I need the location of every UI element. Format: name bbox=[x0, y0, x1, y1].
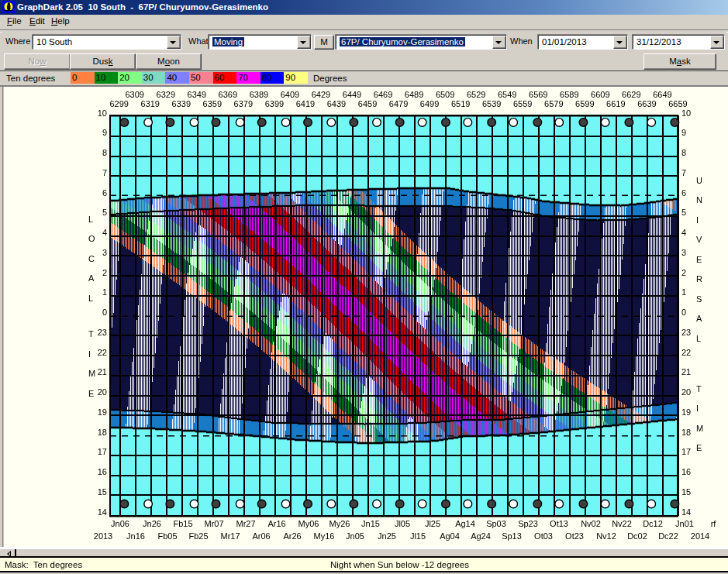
left-hour-label: 9 bbox=[102, 129, 107, 137]
menu-bar: FileEditHelp bbox=[2, 15, 726, 29]
status-night-text: Night when Sun below -12 degrees bbox=[330, 560, 469, 569]
bottom-axis-label: Jl15 bbox=[410, 532, 426, 541]
bottom-axis-label: Jn01 bbox=[675, 520, 694, 528]
what-label: What bbox=[188, 36, 209, 46]
bottom-axis-label: Ar26 bbox=[283, 532, 301, 541]
object-combo-arrow-icon[interactable] bbox=[492, 36, 506, 49]
mask-button[interactable]: Mask bbox=[643, 53, 716, 70]
menu-help[interactable]: Help bbox=[51, 16, 70, 26]
left-axis-title-letter: C bbox=[88, 255, 95, 263]
bottom-axis-label: Mr07 bbox=[204, 520, 223, 528]
now-button[interactable]: Now bbox=[4, 53, 71, 70]
darkness-chart[interactable] bbox=[0, 86, 728, 547]
top-axis-label: 6539 bbox=[482, 100, 501, 108]
bottom-axis-label: Fb15 bbox=[173, 520, 192, 528]
legend-label: Ten degrees bbox=[6, 74, 55, 83]
left-axis-title-letter: L bbox=[88, 294, 93, 303]
top-axis-label: 6529 bbox=[467, 91, 485, 99]
top-axis-label: 6449 bbox=[343, 91, 361, 99]
bottom-axis-label: Ot03 bbox=[534, 532, 553, 541]
date-from-arrow-icon[interactable] bbox=[613, 36, 627, 49]
legend-seg-60: 60 bbox=[213, 72, 237, 84]
bottom-axis-label: Ag14 bbox=[455, 520, 475, 528]
right-hour-label: 18 bbox=[681, 428, 691, 437]
legend-tick: 60 bbox=[215, 73, 225, 82]
bottom-axis-label: Nv02 bbox=[581, 520, 601, 528]
dusk-button[interactable]: Dusk bbox=[70, 53, 136, 70]
legend-tick: 10 bbox=[96, 73, 106, 82]
right-hour-label: 5 bbox=[681, 208, 686, 217]
top-axis-label: 6429 bbox=[312, 91, 330, 99]
app-icon bbox=[2, 1, 15, 13]
right-hour-label: 3 bbox=[681, 249, 686, 257]
object-value: 67P/ Churyumov-Gerasimenko bbox=[340, 37, 465, 46]
date-from-combo[interactable]: 01/01/2013 bbox=[538, 35, 628, 50]
bottom-axis-label: Jn05 bbox=[346, 532, 364, 541]
legend-tick: 90 bbox=[285, 73, 295, 82]
top-axis-label: 6359 bbox=[203, 100, 222, 108]
date-to-value: 31/12/2013 bbox=[637, 37, 711, 46]
left-hour-label: 8 bbox=[102, 149, 107, 157]
right-axis-title-letter: N bbox=[696, 196, 702, 205]
legend-seg-10: 10 bbox=[95, 72, 119, 84]
bottom-axis-label: Ot13 bbox=[550, 520, 568, 528]
right-hour-label: 1 bbox=[681, 288, 686, 297]
left-hour-label: 19 bbox=[98, 408, 107, 417]
toolbar-toggles: Now Dusk Moon Mask bbox=[2, 51, 726, 70]
where-value: 10 South bbox=[36, 37, 167, 46]
moon-button[interactable]: Moon bbox=[136, 53, 202, 70]
top-axis-label: 6599 bbox=[575, 100, 594, 108]
top-axis-label: 6519 bbox=[451, 100, 470, 108]
title-bar[interactable]: GraphDark 2.05 10 South - 67P/ Churyumov… bbox=[0, 0, 728, 15]
top-axis-label: 6299 bbox=[109, 100, 128, 108]
left-hour-label: 6 bbox=[102, 189, 107, 198]
legend-tick: 40 bbox=[167, 73, 177, 82]
date-to-combo[interactable]: 31/12/2013 bbox=[633, 35, 725, 50]
right-hour-label: 9 bbox=[681, 129, 686, 137]
legend-seg-0: 0 bbox=[71, 72, 95, 84]
menu-file[interactable]: File bbox=[7, 16, 22, 26]
right-hour-label: 0 bbox=[681, 308, 686, 317]
right-hour-label: 19 bbox=[681, 408, 691, 417]
window-title: GraphDark 2.05 10 South - 67P/ Churyumov… bbox=[17, 2, 268, 12]
top-axis-label: 6569 bbox=[529, 91, 547, 99]
top-axis-label: 6609 bbox=[591, 91, 609, 99]
what-combo[interactable]: Moving bbox=[209, 35, 312, 50]
top-axis-label: 6549 bbox=[498, 91, 516, 99]
top-axis-label: 6389 bbox=[250, 91, 268, 99]
bottom-axis-label: Jn25 bbox=[378, 532, 396, 541]
bottom-axis-label: Mr27 bbox=[236, 520, 255, 528]
menu-edit[interactable]: Edit bbox=[29, 16, 45, 26]
top-axis-label: 6369 bbox=[219, 91, 237, 99]
right-hour-label: 23 bbox=[681, 328, 691, 337]
left-axis-title-letter: L bbox=[88, 215, 93, 224]
right-hour-label: 2 bbox=[681, 269, 686, 277]
chart-pane: 6309632963496369638964096429644964696489… bbox=[0, 86, 728, 547]
legend-tick: 70 bbox=[238, 73, 248, 82]
right-hour-label: 20 bbox=[681, 388, 691, 397]
status-inner: Mask: Ten degrees Night when Sun below -… bbox=[0, 558, 728, 572]
where-combo[interactable]: 10 South bbox=[33, 35, 181, 50]
where-combo-arrow-icon[interactable] bbox=[167, 36, 181, 49]
bottom-axis-label: Dc22 bbox=[658, 532, 678, 541]
date-from-value: 01/01/2013 bbox=[542, 37, 614, 46]
what-value: Moving bbox=[212, 37, 244, 46]
m-button[interactable]: M bbox=[314, 35, 334, 50]
bottom-axis-label: Ag24 bbox=[471, 532, 491, 541]
top-axis-label: 6309 bbox=[125, 91, 143, 99]
right-hour-label: 15 bbox=[681, 488, 691, 497]
top-axis-label: 6419 bbox=[296, 100, 315, 108]
left-axis-title-letter: M bbox=[88, 369, 95, 378]
right-hour-label: 4 bbox=[681, 229, 686, 237]
toolbar-filters: Where 10 South What Moving M 67P/ Churyu… bbox=[2, 31, 726, 51]
left-hour-label: 4 bbox=[102, 229, 107, 237]
bottom-axis-label: 2014 bbox=[691, 532, 709, 541]
bottom-axis-label: Ot23 bbox=[565, 532, 584, 541]
date-to-arrow-icon[interactable] bbox=[710, 36, 724, 49]
object-combo[interactable]: 67P/ Churyumov-Gerasimenko bbox=[336, 35, 507, 50]
top-axis-label: 6339 bbox=[172, 100, 191, 108]
right-axis-title-letter: V bbox=[696, 235, 702, 244]
top-axis-label: 6619 bbox=[606, 100, 625, 108]
bottom-axis-label: Mr17 bbox=[220, 532, 240, 541]
what-combo-arrow-icon[interactable] bbox=[297, 36, 311, 49]
